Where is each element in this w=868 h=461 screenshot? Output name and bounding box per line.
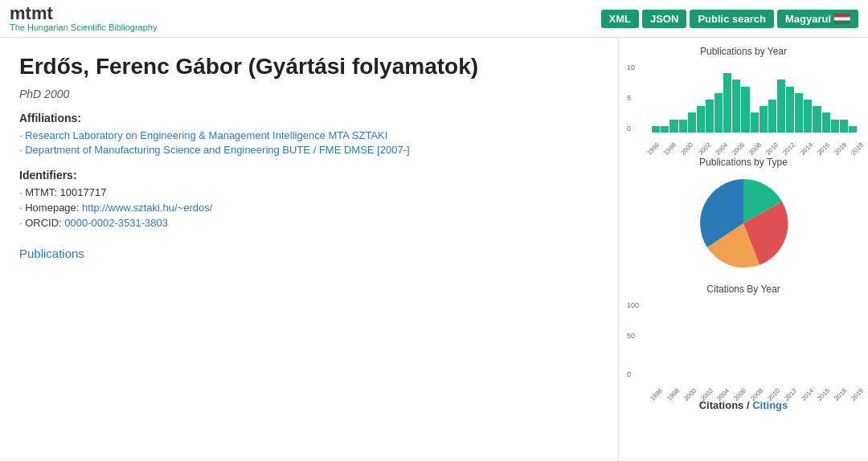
pub-x-2014: 2014 bbox=[799, 141, 814, 157]
pub-bar bbox=[786, 87, 794, 133]
pub-bar bbox=[706, 100, 714, 133]
pub-type-section: Publications by Type bbox=[625, 157, 862, 275]
pub-x-2002: 2002 bbox=[697, 141, 712, 157]
pub-year-section: Publications by Year 10 5 0 1996 1998 20… bbox=[625, 46, 862, 149]
pub-x-1998: 1998 bbox=[662, 141, 678, 157]
cit-y-100: 100 bbox=[627, 301, 639, 309]
citations-section: Citations By Year 100 50 0 1996 1998 200… bbox=[625, 284, 862, 411]
svg-rect-2 bbox=[834, 20, 850, 23]
header-buttons: XML JSON Public search Magyarul bbox=[601, 10, 858, 28]
identifiers-label: Identifiers: bbox=[19, 169, 599, 182]
pub-bar bbox=[795, 93, 803, 133]
pub-bar bbox=[741, 87, 749, 133]
phd-info: PhD 2000 bbox=[19, 88, 599, 100]
pub-bar bbox=[831, 120, 839, 133]
affiliation-item-2[interactable]: Department of Manufacturing Science and … bbox=[19, 144, 599, 156]
svg-rect-0 bbox=[834, 14, 850, 17]
hungarian-flag-icon bbox=[834, 14, 850, 24]
cit-y-50: 50 bbox=[627, 332, 635, 340]
mtmt-label: MTMT: bbox=[25, 186, 59, 198]
orcid-row: ORCID: 0000-0002-3531-3803 bbox=[19, 217, 599, 229]
pub-x-2004: 2004 bbox=[714, 141, 729, 157]
pub-bar bbox=[723, 73, 731, 133]
citations-bars bbox=[643, 304, 857, 378]
pub-bar bbox=[768, 100, 776, 133]
pub-y-5: 5 bbox=[627, 94, 631, 102]
pub-bar bbox=[669, 120, 678, 133]
citations-footer: Citations / Citings bbox=[625, 399, 862, 411]
pub-x-1996: 1996 bbox=[645, 141, 661, 157]
pub-x-2000: 2000 bbox=[680, 141, 695, 157]
pub-bar bbox=[652, 126, 660, 133]
affiliations-label: Affiliations: bbox=[19, 112, 599, 124]
pub-x-2016: 2016 bbox=[816, 141, 831, 157]
pub-bar bbox=[804, 100, 812, 133]
mtmt-value: 10017717 bbox=[60, 186, 107, 198]
logo-area: mtmt The Hungarian Scientific Bibliograp… bbox=[10, 5, 157, 32]
main-content: Erdős, Ferenc Gábor (Gyártási folyamatok… bbox=[0, 38, 868, 459]
pub-x-2010: 2010 bbox=[764, 141, 780, 157]
identifiers-section: Identifiers: MTMT: 10017717 Homepage: ht… bbox=[19, 169, 599, 229]
pub-year-bars bbox=[643, 67, 857, 133]
pub-bar bbox=[840, 120, 848, 133]
pub-bar bbox=[679, 120, 687, 133]
mtmt-row: MTMT: 10017717 bbox=[19, 186, 599, 198]
cit-y-0: 0 bbox=[627, 370, 631, 378]
pub-y-10: 10 bbox=[627, 63, 635, 71]
pub-y-0: 0 bbox=[627, 124, 631, 133]
pub-bar bbox=[760, 106, 768, 133]
footer-slash: / bbox=[743, 399, 752, 411]
pub-year-title: Publications by Year bbox=[625, 46, 862, 57]
homepage-label: Homepage: bbox=[25, 202, 82, 214]
pub-bar bbox=[697, 106, 705, 133]
homepage-link[interactable]: http://www.sztaki.hu/~erdos/ bbox=[82, 202, 212, 214]
pub-type-chart bbox=[625, 171, 862, 275]
homepage-row: Homepage: http://www.sztaki.hu/~erdos/ bbox=[19, 202, 599, 214]
xml-button[interactable]: XML bbox=[601, 10, 639, 28]
affiliation-item-1[interactable]: Research Laboratory on Engineering & Man… bbox=[19, 129, 599, 141]
citations-title: Citations By Year bbox=[625, 284, 862, 295]
svg-rect-1 bbox=[834, 17, 850, 20]
json-button[interactable]: JSON bbox=[642, 10, 686, 28]
orcid-label: ORCID: bbox=[25, 217, 64, 229]
pub-bar bbox=[661, 126, 669, 133]
logo-title: mtmt bbox=[10, 5, 157, 22]
pub-bar bbox=[813, 106, 821, 133]
left-panel: Erdős, Ferenc Gábor (Gyártási folyamatok… bbox=[0, 38, 619, 459]
pub-bar bbox=[714, 93, 723, 133]
pub-x-2019: 2019 bbox=[850, 141, 865, 157]
header: mtmt The Hungarian Scientific Bibliograp… bbox=[0, 0, 868, 38]
affiliations-list: Research Laboratory on Engineering & Man… bbox=[19, 129, 599, 156]
pub-x-2008: 2008 bbox=[747, 141, 763, 157]
pub-bar bbox=[688, 112, 696, 133]
pub-type-title: Publications by Type bbox=[625, 157, 862, 168]
pub-bar bbox=[849, 126, 857, 133]
magyarul-button[interactable]: Magyarul bbox=[777, 10, 858, 28]
pub-bar bbox=[732, 80, 740, 133]
right-panel: Publications by Year 10 5 0 1996 1998 20… bbox=[619, 38, 868, 459]
public-search-button[interactable]: Public search bbox=[690, 10, 774, 28]
orcid-link[interactable]: 0000-0002-3531-3803 bbox=[64, 217, 168, 229]
person-name: Erdős, Ferenc Gábor (Gyártási folyamatok… bbox=[19, 54, 599, 80]
pub-bar bbox=[822, 112, 830, 133]
pub-x-2012: 2012 bbox=[782, 141, 797, 157]
pub-bar bbox=[777, 80, 785, 133]
pie-chart-svg bbox=[691, 171, 796, 275]
pub-x-2018: 2018 bbox=[833, 141, 848, 157]
pub-bar bbox=[751, 112, 759, 133]
logo-subtitle: The Hungarian Scientific Bibliography bbox=[10, 22, 157, 32]
publications-link[interactable]: Publications bbox=[19, 247, 84, 260]
pub-x-2006: 2006 bbox=[731, 141, 746, 157]
